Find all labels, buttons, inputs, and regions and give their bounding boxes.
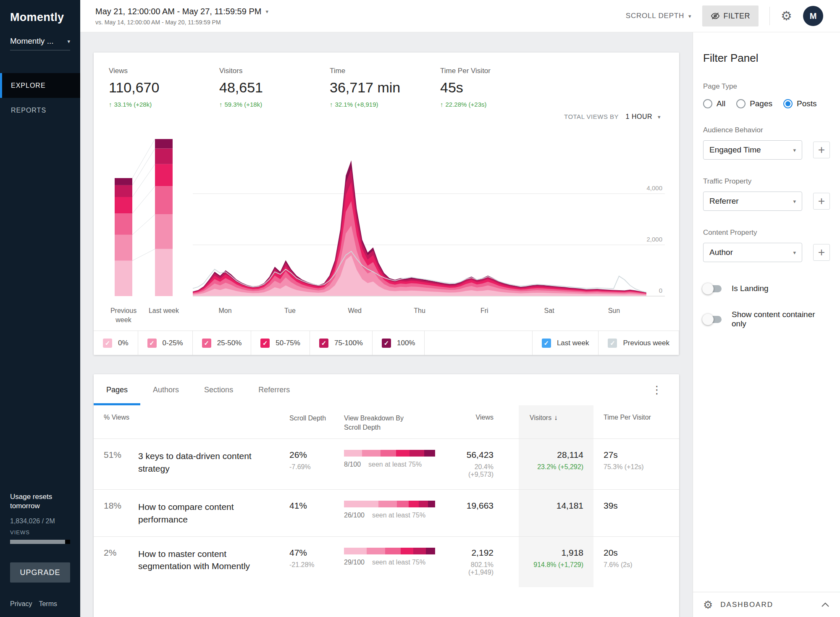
chevron-up-icon[interactable] xyxy=(821,602,830,608)
filter-button[interactable]: FILTER xyxy=(702,5,759,26)
toggle-is-landing[interactable] xyxy=(703,285,722,292)
radio-label: Posts xyxy=(797,99,817,108)
legend-bucket-50-75[interactable]: ✓50-75% xyxy=(251,331,310,355)
add-filter-button[interactable]: + xyxy=(813,193,830,210)
col-visitors[interactable]: Visitors↓ xyxy=(519,405,593,438)
metric-delta: ↑33.1% (+28k) xyxy=(109,101,219,108)
metric-time-per-visitor: Time Per Visitor45s↑22.28% (+23s) xyxy=(440,67,551,108)
dashboard-gear-icon: ⚙ xyxy=(703,599,713,610)
footer-link-terms[interactable]: Terms xyxy=(39,600,57,608)
metric-label: Visitors xyxy=(219,67,330,75)
tab-authors[interactable]: Authors xyxy=(140,374,192,405)
main-content[interactable]: Views110,670↑33.1% (+28k)Visitors48,651↑… xyxy=(80,32,693,617)
views-delta: 802.1% (+1,949) xyxy=(449,561,494,576)
date-range-selector[interactable]: May 21, 12:00:00 AM - May 27, 11:59:59 P… xyxy=(95,7,268,26)
tab-pages[interactable]: Pages xyxy=(94,374,140,405)
legend-label: Previous week xyxy=(623,339,669,347)
scroll-depth-value: 26% xyxy=(289,450,344,460)
visitors-value: 28,114 xyxy=(519,450,583,460)
date-range-label: May 21, 12:00:00 AM - May 27, 11:59:59 P… xyxy=(95,7,261,16)
breakdown-segment xyxy=(397,501,409,507)
radio-icon xyxy=(783,99,793,108)
table-options-kebab-icon[interactable]: ⋮ xyxy=(651,383,662,396)
time-per-visitor-delta: 75.3% (+12s) xyxy=(604,463,679,471)
checkbox-icon: ✓ xyxy=(202,339,211,348)
checkbox-icon: ✓ xyxy=(147,339,157,348)
checkbox-icon: ✓ xyxy=(319,339,328,348)
brand-logo: Momently xyxy=(0,0,80,24)
toggle-show-content-container-only[interactable] xyxy=(703,316,722,323)
legend-spacer xyxy=(425,331,532,355)
col-visitors-label: Visitors xyxy=(530,414,551,421)
legend-series-last-week[interactable]: ✓Last week xyxy=(533,331,599,355)
page-title-link[interactable]: How to master content segmentation with … xyxy=(138,537,289,587)
visitors-delta: 23.2% (+5,292) xyxy=(519,463,583,471)
chart-controls: TOTAL VIEWS BY 1 HOUR ▾ xyxy=(94,113,679,122)
user-avatar[interactable]: M xyxy=(803,6,823,26)
weekly-comparison-chart: PreviousweekLast week xyxy=(104,124,193,328)
views-cell: 19,663 xyxy=(449,490,519,536)
pages-table: % ViewsScroll DepthView Breakdown By Scr… xyxy=(94,405,679,587)
select-audience-behavior[interactable]: Engaged Time▾ xyxy=(703,140,802,160)
dashboard-bar[interactable]: ⚙ DASHBOARD xyxy=(693,592,840,617)
page-title-link[interactable]: 3 keys to data-driven content strategy xyxy=(138,439,289,489)
sidebar-nav: EXPLOREREPORTS xyxy=(0,73,80,123)
checkbox-icon: ✓ xyxy=(260,339,270,348)
radio-posts[interactable]: Posts xyxy=(783,99,817,108)
metric-value: 48,651 xyxy=(219,79,330,96)
chevron-down-icon: ▾ xyxy=(688,13,691,19)
table-row[interactable]: 51%3 keys to data-driven content strateg… xyxy=(94,438,679,489)
visitors-cell: 14,181 xyxy=(519,490,593,536)
scroll-depth-cell: 26%-7.69% xyxy=(289,439,344,489)
filter-panel: Filter Panel Page Type AllPagesPosts Aud… xyxy=(693,32,840,617)
svg-text:Sat: Sat xyxy=(544,307,555,314)
table-row[interactable]: 18%How to compare content performance41%… xyxy=(94,489,679,536)
checkbox-icon: ✓ xyxy=(542,339,551,348)
sidebar-item-explore[interactable]: EXPLORE xyxy=(0,73,80,98)
radio-label: All xyxy=(717,99,725,108)
bar-chart-svg: PreviousweekLast week xyxy=(104,124,193,326)
toggle-row-show-content-container-only: Show content container only xyxy=(703,310,830,328)
toggle-label: Show content container only xyxy=(732,310,830,328)
radio-all[interactable]: All xyxy=(703,99,725,108)
legend-series-previous-week[interactable]: ✓Previous week xyxy=(598,331,679,355)
metric-delta-value: 32.1% (+8,919) xyxy=(335,101,378,108)
legend-bucket-75-100[interactable]: ✓75-100% xyxy=(310,331,373,355)
select-content-property[interactable]: Author▾ xyxy=(703,243,802,262)
radio-pages[interactable]: Pages xyxy=(736,99,772,108)
interval-selector[interactable]: 1 HOUR ▾ xyxy=(626,113,661,120)
views-area-chart[interactable]: 02,0004,000MonTueWedThuFriSatSun xyxy=(193,124,665,328)
breakdown-caption: 8/100seen at least 75% xyxy=(344,461,449,468)
tab-sections[interactable]: Sections xyxy=(192,374,246,405)
tab-referrers[interactable]: Referrers xyxy=(246,374,302,405)
site-selector[interactable]: Momently ... ▾ xyxy=(10,37,70,50)
upgrade-button[interactable]: UPGRADE xyxy=(10,562,70,583)
page-title-link[interactable]: How to compare content performance xyxy=(138,490,289,536)
table-header-row: % ViewsScroll DepthView Breakdown By Scr… xyxy=(94,405,679,438)
legend-bucket-0-25[interactable]: ✓0-25% xyxy=(138,331,193,355)
settings-gear-icon[interactable]: ⚙ xyxy=(781,10,792,22)
sidebar: Momently Momently ... ▾ EXPLOREREPORTS U… xyxy=(0,0,80,617)
page-type-label: Page Type xyxy=(703,82,830,91)
compare-range-label: vs. May 14, 12:00:00 AM - May 20, 11:59:… xyxy=(95,19,268,26)
views-cell: 2,192802.1% (+1,949) xyxy=(449,537,519,587)
main-column: May 21, 12:00:00 AM - May 27, 11:59:59 P… xyxy=(80,0,840,617)
radio-icon xyxy=(703,99,712,108)
add-filter-button[interactable]: + xyxy=(813,142,830,158)
sidebar-item-reports[interactable]: REPORTS xyxy=(0,98,80,123)
select-traffic-property[interactable]: Referrer▾ xyxy=(703,192,802,211)
footer-link-privacy[interactable]: Privacy xyxy=(10,600,32,608)
filter-section-label: Audience Behavior xyxy=(703,126,830,134)
area-chart-svg: 02,0004,000MonTueWedThuFriSatSun xyxy=(193,124,665,326)
breakdown-segment xyxy=(385,548,401,554)
table-row[interactable]: 2%How to master content segmentation wit… xyxy=(94,536,679,587)
legend-bucket-100[interactable]: ✓100% xyxy=(373,331,425,355)
sort-desc-icon[interactable]: ↓ xyxy=(554,414,558,422)
legend-bucket-0[interactable]: ✓0% xyxy=(94,331,138,355)
chart-legend: ✓0%✓0-25%✓25-50%✓50-75%✓75-100%✓100%✓Las… xyxy=(94,331,679,355)
overlay-metric-selector[interactable]: SCROLL DEPTH ▾ xyxy=(626,12,692,20)
legend-bucket-25-50[interactable]: ✓25-50% xyxy=(193,331,252,355)
svg-text:Tue: Tue xyxy=(284,307,296,314)
metric-value: 36,717 min xyxy=(330,79,440,96)
add-filter-button[interactable]: + xyxy=(813,244,830,261)
